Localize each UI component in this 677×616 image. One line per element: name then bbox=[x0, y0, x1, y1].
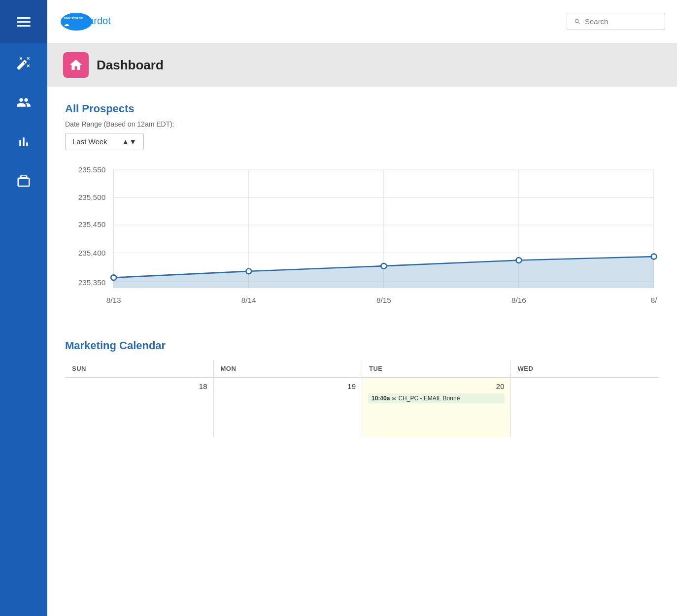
cal-header-tue: TUE bbox=[362, 360, 511, 377]
cal-date-sun: 18 bbox=[71, 382, 207, 390]
svg-point-23 bbox=[516, 258, 521, 263]
search-bar[interactable] bbox=[567, 13, 665, 30]
salesforce-cloud-icon: salesforce ☁ pardot bbox=[59, 11, 113, 32]
main-content: salesforce ☁ pardot Dashboard All Prospe… bbox=[47, 0, 677, 616]
date-range-value: Last Week bbox=[72, 137, 107, 146]
svg-point-21 bbox=[246, 269, 251, 274]
sidebar bbox=[0, 0, 47, 616]
cal-event-text: CH_PC - EMAIL Bonné bbox=[398, 395, 460, 402]
content-area: All Prospects Date Range (Based on 12am … bbox=[47, 87, 677, 616]
briefcase-icon bbox=[16, 174, 31, 189]
sidebar-item-automation[interactable] bbox=[0, 43, 47, 83]
hamburger-icon bbox=[17, 17, 31, 27]
salesforce-logo: salesforce ☁ pardot bbox=[59, 11, 113, 32]
cal-date-tue: 20 bbox=[368, 382, 505, 390]
sidebar-menu-button[interactable] bbox=[0, 0, 47, 43]
date-range-select[interactable]: Last Week ▲▼ bbox=[65, 133, 144, 150]
cal-header-mon: MON bbox=[214, 360, 363, 377]
sidebar-item-admin[interactable] bbox=[0, 162, 47, 201]
people-icon bbox=[16, 95, 31, 110]
calendar-section: Marketing Calendar SUN MON TUE WED 18 bbox=[65, 339, 659, 437]
topbar: salesforce ☁ pardot bbox=[47, 0, 677, 43]
svg-point-24 bbox=[651, 254, 657, 259]
svg-text:235,500: 235,500 bbox=[78, 193, 105, 201]
cal-cell-sun: 18 bbox=[65, 378, 214, 437]
chart-svg: 235,550 235,500 235,450 235,400 235,350 bbox=[65, 162, 659, 320]
svg-text:salesforce: salesforce bbox=[64, 16, 83, 20]
search-icon bbox=[574, 18, 581, 26]
svg-text:8/13: 8/13 bbox=[106, 296, 121, 304]
calendar-title: Marketing Calendar bbox=[65, 339, 659, 352]
prospects-chart: 235,550 235,500 235,450 235,400 235,350 bbox=[65, 162, 659, 320]
cal-event-1[interactable]: 10:40a ✉ CH_PC - EMAIL Bonné bbox=[368, 393, 505, 403]
date-range-label: Date Range (Based on 12am EDT): bbox=[65, 120, 659, 128]
svg-text:☁: ☁ bbox=[64, 21, 69, 28]
cal-cell-mon: 19 bbox=[214, 378, 363, 437]
cal-date-mon: 19 bbox=[220, 382, 356, 390]
svg-text:235,550: 235,550 bbox=[78, 166, 105, 174]
cal-event-time: 10:40a bbox=[372, 395, 390, 402]
sidebar-item-prospects[interactable] bbox=[0, 83, 47, 122]
logo-area: salesforce ☁ pardot bbox=[59, 11, 567, 32]
magic-icon bbox=[16, 56, 31, 70]
svg-text:8/15: 8/15 bbox=[376, 296, 391, 304]
cal-cell-tue: 20 10:40a ✉ CH_PC - EMAIL Bonné bbox=[362, 378, 511, 437]
calendar-header-row: SUN MON TUE WED bbox=[65, 360, 659, 378]
svg-point-20 bbox=[111, 275, 116, 280]
sidebar-item-reports[interactable] bbox=[0, 122, 47, 162]
envelope-icon: ✉ bbox=[392, 395, 396, 402]
page-title: Dashboard bbox=[97, 58, 164, 73]
home-icon bbox=[68, 58, 83, 72]
cal-cell-wed bbox=[511, 378, 660, 437]
cal-header-wed: WED bbox=[511, 360, 660, 377]
chart-icon bbox=[16, 134, 31, 149]
calendar-grid: SUN MON TUE WED 18 19 bbox=[65, 360, 659, 437]
select-arrow-icon: ▲▼ bbox=[122, 137, 136, 146]
svg-point-22 bbox=[381, 263, 386, 269]
page-header: Dashboard bbox=[47, 43, 677, 87]
svg-text:8/16: 8/16 bbox=[511, 296, 526, 304]
svg-text:pardot: pardot bbox=[83, 15, 111, 26]
svg-text:235,400: 235,400 bbox=[78, 249, 105, 257]
dashboard-icon bbox=[63, 52, 89, 78]
svg-text:235,350: 235,350 bbox=[78, 278, 105, 287]
cal-header-sun: SUN bbox=[65, 360, 214, 377]
svg-text:8/: 8/ bbox=[651, 296, 658, 304]
prospects-section: All Prospects Date Range (Based on 12am … bbox=[65, 102, 659, 320]
svg-text:235,450: 235,450 bbox=[78, 220, 105, 228]
svg-text:8/14: 8/14 bbox=[241, 296, 256, 304]
search-input[interactable] bbox=[585, 17, 658, 26]
calendar-week-row: 18 19 20 10:40a ✉ CH_PC - EMAIL Bonné bbox=[65, 378, 659, 437]
prospects-title: All Prospects bbox=[65, 102, 659, 115]
